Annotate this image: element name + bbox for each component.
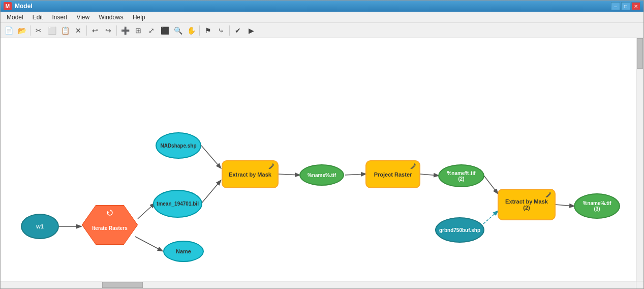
node-extract-mask-1[interactable]: Extract by Mask [222, 160, 279, 188]
app-icon: M [4, 2, 12, 10]
maximize-button[interactable]: □ [621, 2, 630, 10]
close-button[interactable]: ✕ [631, 2, 640, 10]
svg-line-9 [483, 211, 498, 224]
menu-windows[interactable]: Windows [95, 13, 128, 22]
horizontal-scrollbar[interactable] [1, 281, 636, 288]
minimize-button[interactable]: – [611, 2, 620, 10]
sep4 [199, 25, 200, 36]
node-iterate-rasters[interactable]: Iterate Rasters [82, 205, 138, 245]
run-button[interactable]: ▶ [245, 24, 257, 37]
horizontal-scroll-thumb[interactable] [102, 282, 143, 288]
svg-line-3 [201, 146, 221, 168]
vertical-scrollbar[interactable] [636, 38, 643, 281]
vertical-scroll-thumb[interactable] [637, 38, 643, 69]
connections-svg [1, 38, 643, 288]
scroll-corner [636, 281, 643, 288]
menu-bar: Model Edit Insert View Windows Help [1, 12, 643, 23]
new-button[interactable]: 📄 [3, 24, 15, 37]
menu-edit[interactable]: Edit [28, 13, 47, 22]
main-window: M Model – □ ✕ Model Edit Insert View Win… [0, 0, 644, 289]
sep5 [229, 25, 230, 36]
window-title: Model [15, 3, 33, 10]
add-tool-button[interactable]: ➕ [119, 24, 131, 37]
undo-button[interactable]: ↩ [89, 24, 101, 37]
connect-button[interactable]: ⤷ [215, 24, 227, 37]
menu-model[interactable]: Model [3, 13, 27, 22]
node-nadshape[interactable]: NADshape.shp [156, 132, 201, 159]
svg-marker-12 [107, 211, 109, 213]
svg-line-4 [201, 181, 221, 204]
grid-button[interactable]: ⊞ [132, 24, 144, 37]
node-pct-name-tif-3[interactable]: %name%.tif(3) [574, 193, 620, 219]
validate-button[interactable]: ✔ [232, 24, 244, 37]
redo-button[interactable]: ↪ [102, 24, 114, 37]
node-extract-mask-2[interactable]: Extract by Mask(2) [498, 189, 556, 220]
node-pct-name-tif-1[interactable]: %name%.tif [299, 164, 344, 186]
node-pct-name-tif-2[interactable]: %name%.tif(2) [438, 164, 484, 187]
node-project-raster[interactable]: Project Raster [365, 160, 420, 188]
svg-line-6 [345, 174, 365, 175]
zoom-in-button[interactable]: 🔍 [172, 24, 184, 37]
node-name[interactable]: Name [163, 241, 204, 262]
menu-view[interactable]: View [72, 13, 94, 22]
delete-button[interactable]: ✕ [72, 24, 84, 37]
flag-button[interactable]: ⚑ [202, 24, 214, 37]
sep2 [86, 25, 87, 36]
canvas-area[interactable]: w1 Iterate Rasters NADshape.shp tmean_19… [1, 38, 643, 288]
menu-help[interactable]: Help [129, 13, 149, 22]
svg-line-5 [278, 174, 299, 175]
title-bar-left: M Model [4, 2, 33, 10]
svg-line-2 [135, 237, 162, 251]
fit-button[interactable]: ⤢ [145, 24, 158, 37]
copy-button[interactable]: ⬜ [46, 24, 58, 37]
svg-line-8 [484, 176, 498, 193]
paste-button[interactable]: 📋 [59, 24, 71, 37]
node-grbnd[interactable]: grbnd750buf.shp [435, 217, 484, 243]
sep1 [30, 25, 30, 36]
node-w1[interactable]: w1 [21, 214, 59, 239]
sep3 [116, 25, 117, 36]
menu-insert[interactable]: Insert [48, 13, 71, 22]
window-controls: – □ ✕ [611, 2, 640, 10]
open-button[interactable]: 📂 [16, 24, 28, 37]
cut-button[interactable]: ✂ [33, 24, 45, 37]
svg-line-1 [138, 204, 155, 219]
svg-line-7 [420, 174, 438, 176]
pan-button[interactable]: ✋ [185, 24, 197, 37]
toolbar: 📄 📂 ✂ ⬜ 📋 ✕ ↩ ↪ ➕ ⊞ ⤢ ⬛ 🔍 ✋ ⚑ ⤷ ✔ ▶ [1, 23, 643, 38]
title-bar: M Model – □ ✕ [1, 1, 643, 12]
svg-line-10 [555, 205, 574, 206]
node-tmean[interactable]: tmean_194701.bil [153, 190, 202, 218]
select-button[interactable]: ⬛ [159, 24, 171, 37]
